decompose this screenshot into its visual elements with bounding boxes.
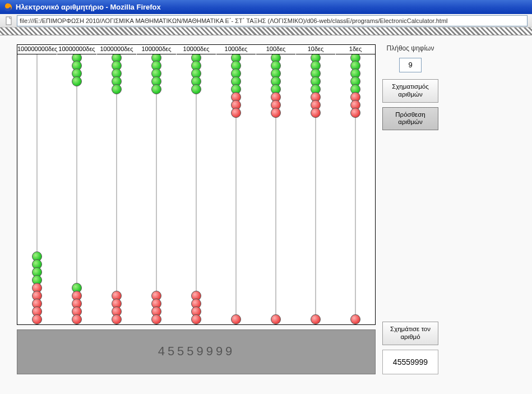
beads-top	[97, 54, 136, 93]
red-bead[interactable]	[271, 108, 281, 118]
address-bar: file:///E:/ΕΠΙΜΟΡΦΩΣΗ 2010/ΛΟΓΙΣΜΙΚΑ ΜΑΘ…	[0, 14, 532, 28]
digits-count-input[interactable]: 9	[399, 58, 422, 72]
red-bead[interactable]	[72, 314, 82, 324]
add-numbers-button[interactable]: Πρόσθεση αριθμών	[382, 107, 438, 131]
abacus-rod[interactable]: 100000δες	[136, 45, 176, 324]
make-number-button[interactable]: Σχημάτισε τον αριθμό	[382, 322, 438, 345]
beads-top	[336, 54, 375, 117]
abacus-rod[interactable]: 100000000δες	[17, 45, 57, 324]
abacus-board[interactable]: 100000000δες10000000δες1000000δες100000δ…	[17, 44, 376, 325]
red-bead[interactable]	[32, 314, 42, 324]
green-bead[interactable]	[151, 84, 161, 94]
rod-label: 100δες	[256, 45, 295, 53]
window-title: Ηλεκτρονικό αριθμητήριο - Mozilla Firefo…	[16, 3, 161, 11]
rod-label: 100000000δες	[17, 45, 57, 53]
red-bead[interactable]	[271, 314, 281, 324]
digits-count-label: Πλήθος ψηφίων	[382, 44, 438, 52]
url-input[interactable]: file:///E:/ΕΠΙΜΟΡΦΩΣΗ 2010/ΛΟΓΙΣΜΙΚΑ ΜΑΘ…	[17, 15, 528, 26]
abacus-rod[interactable]: 1000000δες	[96, 45, 136, 324]
red-bead[interactable]	[350, 108, 360, 118]
red-bead[interactable]	[311, 314, 321, 324]
result-box: 45559999	[382, 350, 438, 374]
beads-top	[256, 54, 295, 117]
red-bead[interactable]	[231, 314, 241, 324]
abacus-rod[interactable]: 1000δες	[216, 45, 256, 324]
rod-label: 10000000δες	[57, 45, 96, 53]
svg-rect-1	[6, 17, 11, 25]
beads-top	[137, 54, 176, 93]
number-display: 45559999	[17, 329, 376, 374]
abacus-rod[interactable]: 10000δες	[176, 45, 216, 324]
rod-label: 10000δες	[177, 45, 216, 53]
firefox-icon	[3, 3, 12, 12]
beads-top	[296, 54, 335, 117]
beads-top	[57, 54, 96, 85]
red-bead[interactable]	[350, 314, 360, 324]
beads-bottom	[256, 315, 295, 323]
abacus-rod[interactable]: 10000000δες	[57, 45, 96, 324]
form-numbers-button[interactable]: Σχηματισμός αριθμών	[382, 79, 438, 103]
beads-bottom	[17, 253, 57, 323]
beads-bottom	[296, 315, 335, 323]
beads-bottom	[57, 284, 96, 323]
green-bead[interactable]	[72, 76, 82, 86]
window-titlebar: Ηλεκτρονικό αριθμητήριο - Mozilla Firefo…	[0, 0, 532, 14]
decorative-strip	[0, 28, 532, 35]
rod-label: 1000δες	[216, 45, 256, 53]
red-bead[interactable]	[191, 314, 201, 324]
green-bead[interactable]	[112, 84, 122, 94]
rod-label: 1000000δες	[97, 45, 136, 53]
beads-bottom	[216, 315, 256, 323]
red-bead[interactable]	[151, 314, 161, 324]
beads-top	[177, 54, 216, 93]
beads-bottom	[137, 292, 176, 323]
green-bead[interactable]	[191, 84, 201, 94]
rod-label: 1δες	[336, 45, 375, 53]
abacus-rod[interactable]: 1δες	[335, 45, 375, 324]
red-bead[interactable]	[311, 108, 321, 118]
beads-bottom	[97, 292, 136, 323]
beads-bottom	[177, 292, 216, 323]
red-bead[interactable]	[112, 314, 122, 324]
beads-top	[216, 54, 256, 117]
rod-label: 10δες	[296, 45, 335, 53]
abacus-rod[interactable]: 100δες	[256, 45, 295, 324]
beads-bottom	[336, 315, 375, 323]
red-bead[interactable]	[231, 108, 241, 118]
rod-label: 100000δες	[137, 45, 176, 53]
file-icon	[4, 16, 13, 25]
abacus-rod[interactable]: 10δες	[295, 45, 335, 324]
